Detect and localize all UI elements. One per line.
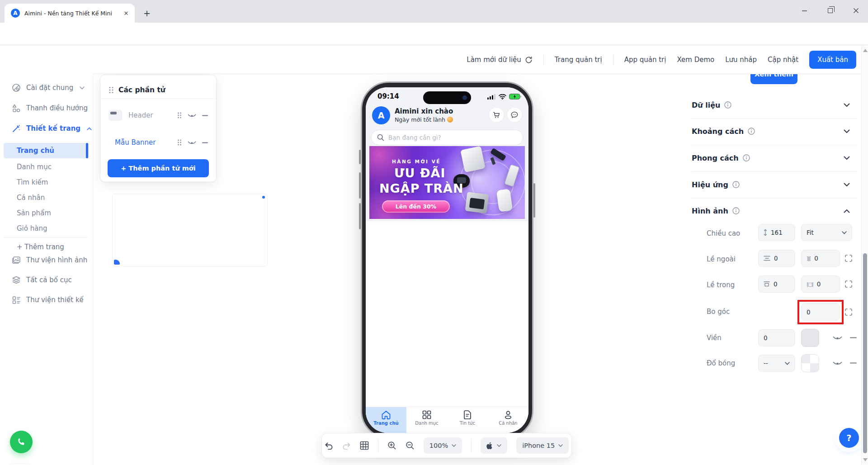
add-element-button[interactable]: + Thêm phần tử mới [108,159,209,177]
sidebar-item-page-design[interactable]: Thiết kế trang [12,124,92,133]
remove-minus-icon[interactable] [850,362,857,364]
window-restore-button[interactable] [819,0,841,21]
visibility-eye-icon[interactable] [833,335,842,341]
shadow-color-swatch[interactable] [801,354,819,372]
tab-close-icon[interactable]: ✕ [122,9,130,17]
window-minimize-button[interactable] [793,0,816,21]
zoom-level-select[interactable]: 100% [424,437,462,454]
view-demo-link[interactable]: Xem Demo [677,56,714,64]
chevron-down-icon [785,362,790,365]
element-row-header[interactable]: Header [108,108,208,123]
expand-corners-icon[interactable] [845,308,852,316]
visibility-eye-icon[interactable] [833,360,842,366]
browser-tab[interactable]: A Aimini - Nền tảng Thiết Kế Mini ✕ [5,4,135,23]
element-row-banner[interactable]: Mẫu Banner [108,135,208,150]
zoom-out-button[interactable] [406,441,415,450]
page-item-profile[interactable]: Cá nhân [17,194,45,202]
section-effects[interactable]: Hiệu ứng [692,171,858,198]
chevron-up-icon [844,209,850,213]
sidebar-item-design-library[interactable]: Thư viện thiết kế [12,295,84,304]
margin-vertical-input[interactable]: 0 [758,250,795,267]
admin-app-link[interactable]: App quản trị [624,56,666,64]
status-time: 09:14 [377,92,399,100]
scroll-up-arrow[interactable] [863,49,868,52]
expand-corners-icon[interactable] [845,255,852,262]
admin-site-link[interactable]: Trang quản trị [555,56,602,64]
page-scrollbar[interactable] [861,45,868,465]
phone-icon [16,437,26,447]
close-icon [853,8,859,14]
nav-item-profile[interactable]: Cá nhân [488,407,528,433]
drag-handle-icon[interactable] [108,86,114,94]
radius-label: Bo góc [707,308,730,316]
active-page-bar [86,143,88,158]
page-item-search[interactable]: Tìm kiếm [17,178,48,186]
cart-button[interactable] [489,107,504,123]
banner-line2: NGẬP TRÀN [379,181,464,195]
sidebar-item-all-layouts[interactable]: Tất cả bố cục [12,275,72,285]
padding-horizontal-input[interactable]: |□| 0 [801,275,840,293]
update-link[interactable]: Cập nhật [768,56,798,64]
nav-item-categories[interactable]: Danh mục [406,407,447,433]
section-effects-label: Hiệu ứng [692,180,740,189]
banner-element[interactable]: HÀNG MỚI VỀ ƯU ĐÃI NGẬP TRÀN Lên đến 30% [369,146,525,219]
margin-horizontal-input[interactable]: ]|[ 0 [801,250,840,267]
signal-bars-icon [487,94,496,100]
border-color-swatch[interactable] [801,329,819,347]
page-item-products[interactable]: Sản phẩm [17,209,51,217]
scroll-down-arrow[interactable] [863,458,868,461]
sidebar-item-general-settings[interactable]: Cài đặt chung [12,83,85,92]
border-width-input[interactable]: 0 [758,329,795,346]
undo-button[interactable] [325,442,333,450]
redo-button[interactable] [342,442,351,450]
section-style[interactable]: Phong cách [692,145,858,171]
height-mode-select[interactable]: Fit [801,224,852,241]
chevron-down-icon [452,444,456,447]
sidebar-item-image-library[interactable]: Thư viện hình ảnh [12,256,87,265]
chat-button[interactable] [507,107,522,123]
page-item-home[interactable]: Trang chủ [17,147,54,155]
page-item-cart[interactable]: Giỏ hàng [17,224,47,232]
publish-button[interactable]: Xuất bản [809,51,856,69]
save-draft-link[interactable]: Lưu nháp [725,56,757,64]
page-item-categories[interactable]: Danh mục [17,163,52,171]
refresh-data-button[interactable]: Làm mới dữ liệu [467,56,533,64]
info-icon [748,128,755,135]
remove-minus-icon[interactable] [202,142,208,143]
nav-item-home[interactable]: Trang chủ [366,407,406,433]
chevron-down-icon [80,86,85,90]
phone-contact-button[interactable] [10,431,33,453]
search-placeholder: Bạn đang cần gì? [388,134,441,141]
drag-handle-icon[interactable] [177,139,182,146]
drag-handle-icon[interactable] [177,112,182,119]
window-close-button[interactable] [844,0,867,21]
banner-element-icon [112,194,268,266]
chevron-down-icon [844,129,850,133]
height-input[interactable]: 161 [758,224,795,241]
zoom-in-button[interactable] [387,441,396,450]
document-icon [463,410,472,419]
visibility-eye-icon[interactable] [188,113,196,118]
sidebar-item-navigation-bar[interactable]: Thanh điều hướng [12,104,88,113]
phone-mockup: 09:14 A Aimini xin chào Ngày mới tốt làn… [361,81,533,439]
device-select[interactable]: iPhone 15 [516,437,569,454]
remove-minus-icon[interactable] [202,115,208,116]
new-tab-button[interactable]: + [141,7,153,19]
grid-toggle-button[interactable] [360,441,369,450]
elements-panel: Các phần tử Header Mẫu Banner + Thêm phầ… [100,75,216,182]
remove-minus-icon[interactable] [850,337,857,338]
help-button[interactable]: ? [839,428,859,448]
phone-search-bar[interactable]: Bạn đang cần gì? [371,130,523,145]
expand-corners-icon[interactable] [845,280,852,288]
scrollbar-thumb[interactable] [863,253,867,453]
shadow-select[interactable]: -- [758,355,795,372]
visibility-eye-icon[interactable] [188,140,196,145]
section-data[interactable]: Dữ liệu [692,92,858,118]
add-page-button[interactable]: + Thêm trang [17,243,64,251]
section-spacing[interactable]: Khoảng cách [692,118,858,144]
section-spacing-label: Khoảng cách [692,127,755,136]
platform-select[interactable] [481,437,507,454]
nav-item-news[interactable]: Tin tức [447,407,488,433]
padding-vertical-input[interactable]: 0 [758,275,795,293]
section-image[interactable]: Hình ảnh [692,198,858,224]
